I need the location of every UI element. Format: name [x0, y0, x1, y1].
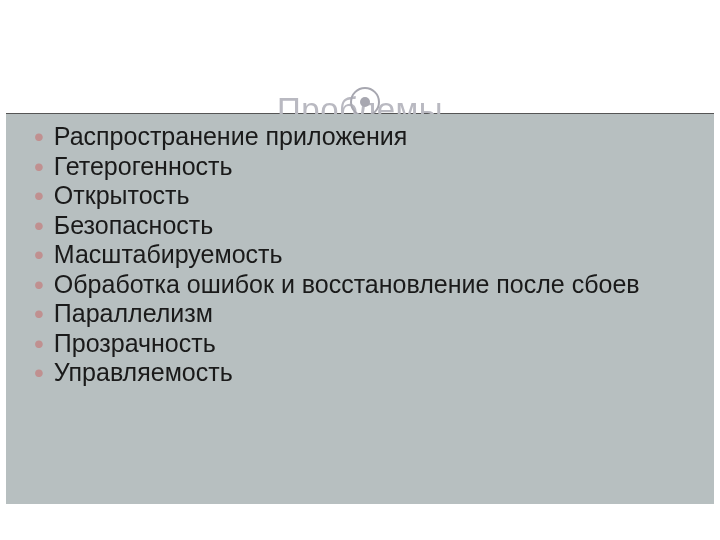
bullet-icon: •: [34, 329, 44, 358]
bullet-list: • Распространение приложения • Гетероген…: [34, 122, 694, 388]
bullet-icon: •: [34, 299, 44, 328]
bullet-text: Гетерогенность: [54, 152, 694, 182]
bullet-icon: •: [34, 240, 44, 269]
bullet-text: Масштабируемость: [54, 240, 694, 270]
bullet-text: Распространение приложения: [54, 122, 694, 152]
bullet-text: Прозрачность: [54, 329, 694, 359]
bullet-icon: •: [34, 270, 44, 299]
bullet-icon: •: [34, 211, 44, 240]
list-item: • Масштабируемость: [34, 240, 694, 270]
bullet-text: Параллелизм: [54, 299, 694, 329]
list-item: • Безопасность: [34, 211, 694, 241]
bullet-icon: •: [34, 358, 44, 387]
bullet-icon: •: [34, 152, 44, 181]
list-item: • Управляемость: [34, 358, 694, 388]
list-item: • Обработка ошибок и восстановление посл…: [34, 270, 694, 300]
circle-ornament-icon: [350, 87, 380, 117]
list-item: • Гетерогенность: [34, 152, 694, 182]
list-item: • Параллелизм: [34, 299, 694, 329]
list-item: • Распространение приложения: [34, 122, 694, 152]
bullet-text: Управляемость: [54, 358, 694, 388]
content-area: • Распространение приложения • Гетероген…: [6, 114, 714, 504]
list-item: • Открытость: [34, 181, 694, 211]
slide: Проблемы • Распространение приложения • …: [0, 0, 720, 540]
bottom-band: [0, 504, 720, 540]
bullet-icon: •: [34, 181, 44, 210]
bullet-icon: •: [34, 122, 44, 151]
circle-inner-icon: [360, 97, 370, 107]
list-item: • Прозрачность: [34, 329, 694, 359]
bullet-text: Обработка ошибок и восстановление после …: [54, 270, 694, 300]
bullet-text: Безопасность: [54, 211, 694, 241]
bullet-text: Открытость: [54, 181, 694, 211]
